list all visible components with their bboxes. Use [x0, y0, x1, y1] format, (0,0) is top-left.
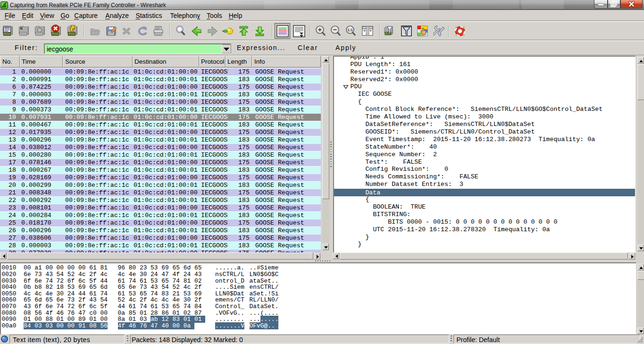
svg-text:1:1: 1:1 — [347, 28, 353, 32]
